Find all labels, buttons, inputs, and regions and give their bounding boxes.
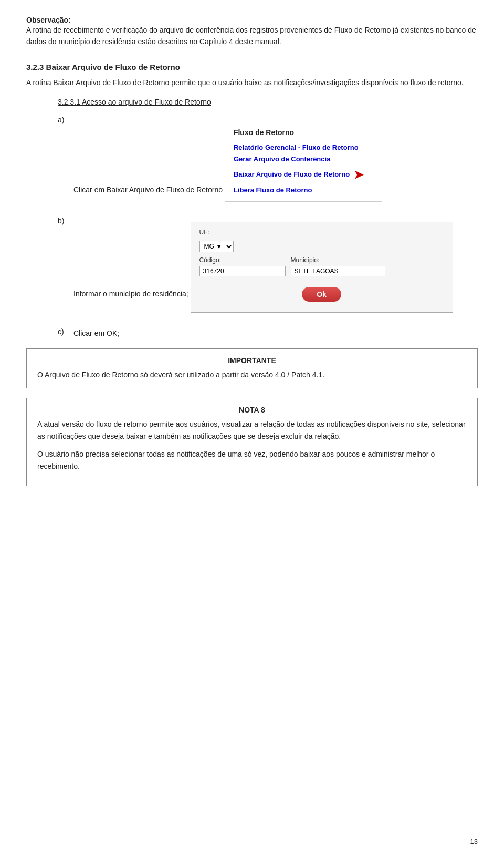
step-a: a) Clicar em Baixar Arquivo de Fluxo de …	[58, 116, 478, 207]
municipio-block: Município:	[291, 255, 385, 276]
nota-paragraph-2: O usuário não precisa selecionar todas a…	[37, 448, 467, 472]
section-title: 3.2.3 Baixar Arquivo de Fluxo de Retorno	[26, 63, 478, 71]
ok-button[interactable]: Ok	[302, 287, 341, 302]
step-b-label: b)	[58, 217, 74, 317]
menu-box: Fluxo de Retorno Relatório Gerencial - F…	[225, 121, 382, 202]
menu-item-1[interactable]: Gerar Arquivo de Conferência	[234, 153, 373, 165]
codigo-label: Código:	[200, 255, 286, 265]
nota-box: NOTA 8 A atual versão do fluxo de retorn…	[26, 398, 478, 486]
form-box: UF: MG ▼ Código: Município: Ok	[191, 222, 453, 312]
page-number: 13	[470, 838, 478, 846]
codigo-municipio-row: Código: Município:	[200, 255, 444, 276]
ok-button-wrapper: Ok	[200, 282, 444, 304]
step-a-label: a)	[58, 116, 74, 207]
codigo-input[interactable]	[200, 266, 286, 276]
uf-select[interactable]: MG ▼	[200, 241, 234, 252]
nota-paragraph-1: A atual versão do fluxo de retorno permi…	[37, 418, 467, 442]
menu-box-title: Fluxo de Retorno	[234, 127, 373, 138]
uf-row: UF:	[200, 228, 444, 238]
important-box: IMPORTANTE O Arquivo de Fluxo de Retorno…	[26, 348, 478, 388]
step-a-content: Clicar em Baixar Arquivo de Fluxo de Ret…	[74, 116, 478, 207]
observation-text: A rotina de recebimento e verificação do…	[26, 26, 476, 46]
municipio-input[interactable]	[291, 266, 385, 276]
observation-title: Observação:	[26, 16, 71, 24]
step-b-content: Informar o município de residência; UF: …	[74, 217, 478, 317]
municipio-label: Município:	[291, 255, 385, 265]
subsection-title: 3.2.3.1 Acesso ao arquivo de Fluxo de Re…	[58, 98, 478, 106]
nota-title: NOTA 8	[37, 406, 467, 414]
menu-item-3[interactable]: Libera Fluxo de Retorno	[234, 184, 373, 196]
section-intro: A rotina Baixar Arquivo de Fluxo de Reto…	[26, 77, 478, 88]
menu-item-2[interactable]: Baixar Arquivo de Fluxo de Retorno ➤	[234, 165, 373, 184]
step-b: b) Informar o município de residência; U…	[58, 217, 478, 317]
important-text: O Arquivo de Fluxo de Retorno só deverá …	[37, 369, 467, 380]
step-c-content: Clicar em OK;	[74, 327, 478, 339]
menu-item-0[interactable]: Relatório Gerencial - Fluxo de Retorno	[234, 142, 373, 153]
arrow-icon: ➤	[354, 165, 363, 184]
step-c: c) Clicar em OK;	[58, 327, 478, 339]
observation-block: Observação: A rotina de recebimento e ve…	[26, 16, 478, 48]
important-title: IMPORTANTE	[37, 356, 467, 365]
codigo-block: Código:	[200, 255, 286, 276]
uf-label: UF:	[200, 228, 231, 238]
step-c-label: c)	[58, 327, 74, 339]
uf-field-row: MG ▼	[200, 241, 444, 252]
